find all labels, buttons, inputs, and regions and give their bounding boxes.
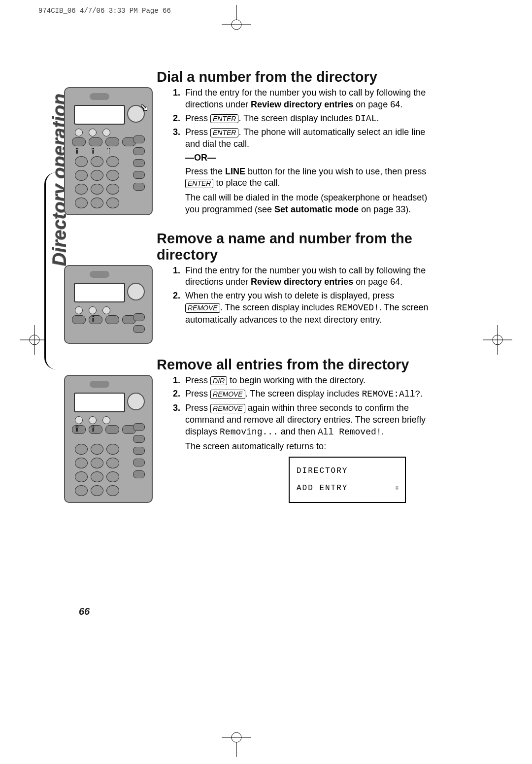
step-number: 2.	[162, 113, 180, 125]
registration-mark-top	[207, 5, 266, 36]
up-arrow-icon: ↑	[91, 145, 95, 156]
up-arrow-icon: ↑	[91, 313, 95, 324]
step-text: Press REMOVE. The screen display include…	[185, 388, 429, 400]
step-text: Press ENTER. The screen display includes…	[185, 113, 429, 125]
step-number: 1.	[162, 375, 180, 387]
phone-illustration: ↑ ↑ ↑ ↘	[64, 87, 153, 215]
step-number: 3.	[162, 127, 180, 215]
enter-button-label: ENTER	[210, 128, 238, 137]
step-text: Press ENTER. The phone will automaticall…	[185, 127, 429, 215]
step-number: 1.	[162, 87, 180, 111]
registration-mark-bottom	[207, 728, 266, 759]
lcd-screen-example: DIRECTORY ADD ENTRY ⌗	[289, 457, 406, 503]
print-job-header: 974CIB_06 4/7/06 3:33 PM Page 66	[38, 7, 171, 15]
phone-illustration: ↑	[64, 265, 153, 344]
section-remove-all-entries: Remove all entries from the directory	[64, 357, 429, 505]
enter-button-label: ENTER	[185, 179, 213, 188]
phone-illustration: ↑ ↑	[64, 375, 153, 503]
section-remove-name-number: Remove a name and number from the direct…	[64, 231, 429, 344]
dir-button-label: DIR	[210, 376, 227, 386]
lcd-line-1: DIRECTORY	[297, 463, 400, 480]
up-arrow-icon: ↑	[91, 423, 95, 433]
up-arrow-icon: ↑	[75, 145, 79, 156]
enter-button-label: ENTER	[210, 114, 238, 124]
page-number: 66	[79, 606, 90, 617]
up-arrow-icon: ↑	[75, 423, 79, 433]
step-text: Find the entry for the number you wish t…	[185, 265, 429, 289]
step-text: Find the entry for the number you wish t…	[185, 87, 429, 111]
up-arrow-icon: ↑	[106, 145, 111, 156]
section-title: Remove all entries from the directory	[157, 357, 429, 373]
step-text: Press REMOVE again within three seconds …	[185, 402, 429, 503]
step-number: 2.	[162, 388, 180, 400]
step-number: 1.	[162, 265, 180, 289]
section-dial-from-directory: Dial a number from the directory ↑	[64, 69, 429, 218]
phonebook-icon: ⌗	[395, 481, 400, 496]
step-number: 3.	[162, 402, 180, 503]
section-title: Remove a name and number from the direct…	[157, 231, 429, 263]
or-separator: —OR—	[185, 152, 429, 164]
diagonal-arrow-icon: ↘	[140, 102, 148, 113]
section-title: Dial a number from the directory	[157, 69, 429, 85]
registration-mark-right	[483, 325, 512, 357]
remove-button-label: REMOVE	[210, 404, 245, 413]
remove-button-label: REMOVE	[210, 390, 245, 399]
step-text: Press DIR to begin working with the dire…	[185, 375, 429, 387]
lcd-line-2: ADD ENTRY	[297, 480, 348, 497]
step-number: 2.	[162, 290, 180, 326]
step-text: When the entry you wish to delete is dis…	[185, 290, 429, 326]
remove-button-label: REMOVE	[185, 303, 220, 313]
